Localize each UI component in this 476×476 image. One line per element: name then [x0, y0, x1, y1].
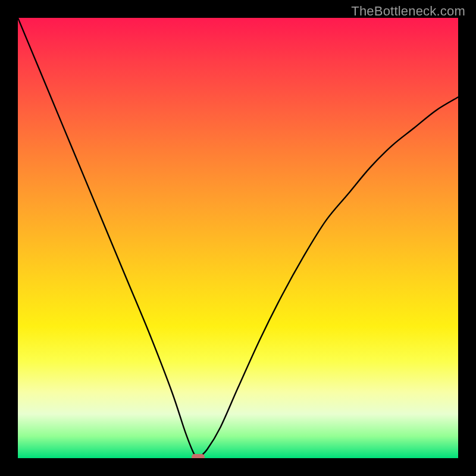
right-curve	[198, 97, 458, 458]
curve-layer	[18, 18, 458, 458]
chart-container: TheBottleneck.com	[0, 0, 476, 476]
attribution-text: TheBottleneck.com	[351, 4, 465, 19]
left-curve	[18, 18, 198, 458]
plot-area	[18, 18, 458, 458]
optimum-marker	[192, 454, 205, 458]
